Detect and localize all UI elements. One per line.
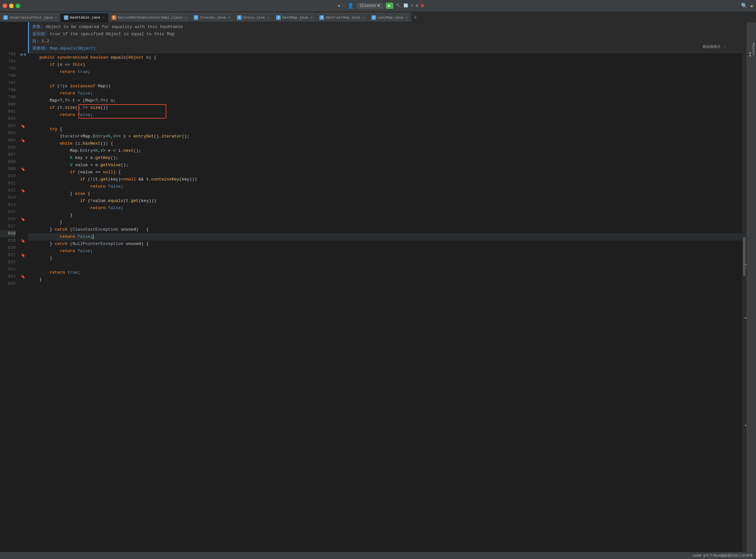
code-line-812[interactable]: } else { (28, 190, 742, 197)
run-button[interactable]: ▶ (386, 3, 393, 9)
code-line-799[interactable]: Map<?,?> t = (Map<?,?>) o; (28, 97, 742, 104)
tab-close-ccsix[interactable]: ✕ (267, 16, 269, 20)
code-line-811[interactable]: return false; (28, 183, 742, 190)
code-line-800[interactable]: if (t.size() != size()) (28, 104, 742, 111)
minimize-button[interactable] (9, 4, 14, 8)
code-line-794[interactable]: if (o == this) (28, 61, 742, 68)
code-line-802[interactable] (28, 118, 742, 126)
sync-icon[interactable]: 🔄 (403, 3, 408, 8)
fn-get-810: get (100, 176, 108, 183)
maven-label[interactable]: Maven (751, 42, 756, 57)
dropdown-icon[interactable]: ▼ (377, 4, 380, 8)
code-line-803[interactable]: try { (28, 126, 742, 133)
tab-nativemethod[interactable]: C NativeMethodAccessorImpl.class ✕ (109, 13, 190, 22)
editor-scrollbar[interactable] (742, 22, 746, 559)
tab-close-nativemethod[interactable]: ✕ (185, 16, 187, 20)
build-icon[interactable]: 🔨 (396, 3, 401, 8)
config-dropdown[interactable]: CCseven ▼ (356, 3, 383, 9)
scrollbar-thumb[interactable] (743, 237, 746, 276)
stop-icon[interactable]: ■ (421, 3, 424, 9)
code-line-823[interactable]: return true; (28, 269, 742, 276)
close-button[interactable] (3, 4, 7, 8)
gen-k-807: K (70, 154, 73, 162)
forward-icon[interactable]: ▶ (342, 3, 345, 8)
reader-mode-label[interactable]: 阅读器模式 (703, 44, 720, 49)
tab-hashmap[interactable]: J HashMap.java ✕ (273, 13, 316, 22)
code-line-816[interactable]: } (28, 219, 742, 226)
code-line-810[interactable]: if (!(t.get(key)==null && t.containsKey(… (28, 176, 742, 183)
tab-ccseven[interactable]: J CCseven.java ✕ (190, 13, 234, 22)
code-line-824[interactable]: } (28, 276, 742, 284)
doc-seealso-label: 请参阅: (32, 46, 50, 51)
code-line-793[interactable]: public synchronized boolean equals(Objec… (28, 54, 742, 61)
code-line-796[interactable] (28, 75, 742, 83)
tab-label-hashmap: HashMap.java (282, 16, 308, 20)
doc-returns-label: 返回值: (32, 31, 50, 37)
code-line-818[interactable]: return false; (28, 233, 742, 240)
code-line-814[interactable]: return false; (28, 205, 742, 212)
config2-icon[interactable]: ⚙ (416, 3, 418, 8)
code-line-815[interactable]: } (28, 212, 742, 219)
ln-820: 820 (0, 244, 16, 251)
gutter-809[interactable]: 🔖 (20, 165, 27, 173)
title-bar-controls[interactable] (3, 4, 20, 8)
code-line-808[interactable]: V value = e.getValue(); (28, 162, 742, 169)
tab-close-abstractmap[interactable]: ✕ (363, 16, 365, 20)
code-lines-container[interactable]: public synchronized boolean equals(Objec… (28, 54, 742, 291)
tab-abstractmap[interactable]: J AbstractMap.java ✕ (316, 13, 368, 22)
tab-ccsix[interactable]: J CCsix.java ✕ (234, 13, 273, 22)
back-icon[interactable]: ◀ (337, 3, 339, 8)
gutter-819[interactable]: 🔖 (20, 237, 27, 244)
code-line-801[interactable]: return false; (28, 111, 742, 118)
user-icon[interactable]: ★ (750, 3, 753, 9)
code-line-817[interactable]: } catch (ClassCastException unused) { (28, 226, 742, 233)
code-line-804[interactable]: Iterator<Map.Entry<K,V>> i = entrySet().… (28, 133, 742, 140)
tab-close-hashtable[interactable]: ✕ (102, 16, 104, 20)
ln-822: 822 (0, 259, 16, 266)
fn-hasnext: hasNext (83, 140, 101, 147)
tab-close-ccseven[interactable]: ✕ (228, 16, 230, 20)
type-object: Object (128, 54, 144, 61)
gutter-821[interactable]: 🔖 (20, 251, 27, 259)
kw-return-823: return (49, 269, 65, 276)
gutter-824[interactable]: 🔖 (20, 273, 27, 280)
gutter-803[interactable]: 🔖 (20, 122, 27, 130)
code-line-805[interactable]: while (i.hasNext()) { (28, 140, 742, 147)
tab-lazymap[interactable]: J LazyMap.java ✕ (368, 13, 411, 22)
gutter-doc2 (20, 29, 27, 37)
code-line-819[interactable]: } catch (NullPointerException unused) { (28, 240, 742, 248)
ln-816: 816 (0, 216, 16, 223)
code-line-797[interactable]: if (!(o instanceof Map)) (28, 83, 742, 90)
code-line-813[interactable]: if (!value.equals(t.get(key))) (28, 197, 742, 205)
tab-unserializetest[interactable]: J UnserializeTest.java ✕ (0, 13, 61, 22)
kw-if-813: if (80, 197, 85, 205)
code-line-798[interactable]: return false; (28, 90, 742, 97)
code-line-825[interactable] (28, 284, 742, 291)
code-line-806[interactable]: Map.Entry<K,V> e = i.next(); (28, 147, 742, 154)
tab-close-unserializetest[interactable]: ✕ (55, 16, 57, 20)
tabs-more-button[interactable]: » (411, 13, 419, 22)
code-line-821[interactable]: } (28, 255, 742, 262)
title-bar-right[interactable]: 🔍 ★ (741, 3, 753, 9)
update-icon[interactable]: ⬇ (411, 3, 413, 8)
maximize-button[interactable] (16, 4, 20, 8)
code-line-809[interactable]: if (value == null) { (28, 169, 742, 176)
profile-icon[interactable]: 👤 (347, 3, 354, 9)
code-line-822[interactable] (28, 262, 742, 269)
gutter-812[interactable]: 🔖 (20, 187, 27, 194)
code-content[interactable]: 阅读器模式 ✓ 参数: Object to be compared for eq… (27, 22, 742, 559)
fn-getkey: getKey (95, 154, 111, 162)
tab-close-lazymap[interactable]: ✕ (406, 16, 408, 20)
tab-close-hashmap[interactable]: ✕ (311, 16, 312, 20)
gutter-816[interactable]: 🔖 (20, 216, 27, 223)
ln-803: 803 (0, 122, 16, 130)
gutter-793[interactable]: ⊕ ⊕ (20, 51, 27, 58)
kw-boolean: boolean (90, 54, 108, 61)
code-line-807[interactable]: K key = e.getKey(); (28, 154, 742, 162)
code-line-820[interactable]: return false; (28, 248, 742, 255)
tab-hashtable[interactable]: J Hashtable.java ✕ (61, 13, 108, 22)
title-bar-center: ◀ ▶ 👤 CCseven ▼ ▶ 🔨 🔄 ⬇ ⚙ ■ (337, 3, 424, 9)
search-icon[interactable]: 🔍 (741, 3, 748, 9)
code-line-795[interactable]: return true; (28, 68, 742, 75)
gutter-805[interactable]: 🔖 (20, 137, 27, 144)
